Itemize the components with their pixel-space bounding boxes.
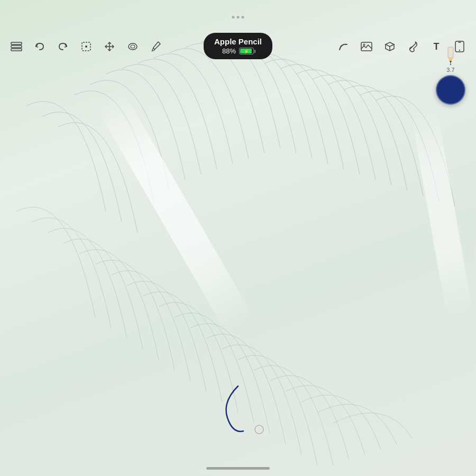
svg-line-12 (152, 50, 153, 51)
svg-marker-22 (450, 61, 452, 63)
svg-rect-20 (448, 47, 453, 58)
layers-icon[interactable] (6, 36, 26, 57)
brush-indicator[interactable]: 3.7 (436, 47, 465, 105)
undo-icon[interactable] (30, 36, 50, 57)
brush-size-label: 3.7 (446, 67, 454, 73)
svg-point-9 (129, 43, 137, 50)
svg-point-14 (363, 44, 365, 45)
wrench-icon[interactable] (403, 36, 423, 57)
svg-rect-2 (11, 42, 22, 44)
fill-icon[interactable] (123, 36, 143, 57)
color-swatch[interactable] (436, 75, 465, 105)
svg-rect-4 (11, 49, 22, 51)
reference-icon[interactable] (380, 36, 400, 57)
reflection-1 (95, 89, 254, 334)
battery-icon: ⚡ (239, 48, 254, 54)
redo-icon[interactable] (53, 36, 73, 57)
dot-1 (232, 16, 235, 19)
pencil-tooltip: Apple Pencil 88% ⚡ (204, 33, 272, 59)
app-screen: T Apple Pencil 88% ⚡ (0, 0, 476, 476)
top-dots (232, 16, 244, 19)
reflection-2 (410, 105, 473, 318)
transform-icon[interactable] (99, 36, 120, 57)
brush-icon[interactable] (146, 36, 166, 57)
dot-3 (242, 16, 244, 19)
svg-point-10 (131, 45, 135, 48)
svg-rect-3 (11, 45, 22, 48)
charging-bolt-icon: ⚡ (244, 49, 249, 53)
svg-rect-0 (0, 0, 476, 476)
svg-point-1 (255, 425, 263, 434)
pencil-tooltip-title: Apple Pencil (214, 37, 262, 46)
home-indicator[interactable] (206, 467, 270, 470)
canvas-strokes (0, 0, 476, 476)
dot-2 (237, 16, 240, 19)
pencil-tip-icon (445, 47, 456, 66)
selection-icon[interactable] (76, 36, 96, 57)
curve-icon[interactable] (333, 36, 353, 57)
svg-point-6 (85, 45, 87, 48)
battery-percent: 88% (222, 47, 236, 55)
insert-image-icon[interactable] (356, 36, 377, 57)
